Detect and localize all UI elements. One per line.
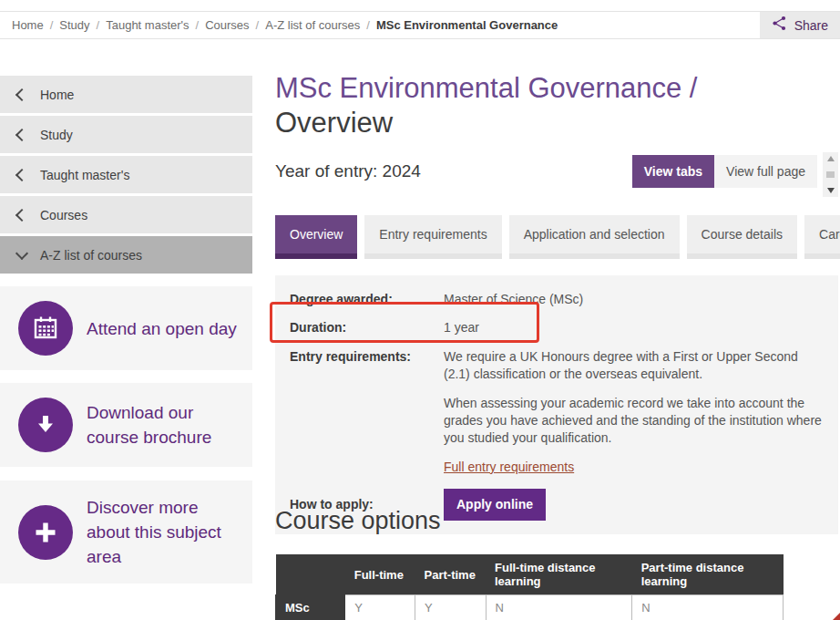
entry-requirements-value: We require a UK Honours degree with a Fi… bbox=[444, 348, 824, 476]
tab-entry-requirements[interactable]: Entry requirements bbox=[364, 215, 501, 259]
sidebar-item-label: Home bbox=[40, 88, 74, 102]
tab-application-selection[interactable]: Application and selection bbox=[509, 215, 680, 259]
breadcrumb-courses[interactable]: Courses bbox=[205, 18, 249, 32]
duration-row: Duration: 1 year bbox=[290, 319, 824, 336]
sidebar-item-label: Courses bbox=[40, 208, 87, 222]
download-icon bbox=[18, 398, 73, 452]
course-options-table: Full-time Part-time Full-time distance l… bbox=[275, 554, 784, 620]
page-title-course: MSc Environmental Governance / bbox=[275, 71, 831, 106]
share-label: Share bbox=[794, 18, 828, 33]
course-options-heading: Course options bbox=[275, 507, 441, 535]
table-header-pt-distance: Part-time distance learning bbox=[632, 554, 784, 595]
breadcrumb-separator: / bbox=[256, 18, 260, 32]
sidebar-item-label: A-Z list of courses bbox=[40, 248, 142, 263]
scroll-thumb[interactable] bbox=[826, 171, 835, 178]
breadcrumb-az-list[interactable]: A-Z list of courses bbox=[265, 18, 360, 32]
chevron-left-icon bbox=[15, 208, 28, 221]
entry-requirements-row: Entry requirements: We require a UK Hono… bbox=[290, 348, 824, 476]
sidebar-item-label: Study bbox=[40, 128, 73, 142]
breadcrumb-study[interactable]: Study bbox=[59, 18, 89, 32]
cta-label: Discover more about this subject area bbox=[87, 495, 240, 569]
duration-label: Duration: bbox=[290, 319, 444, 336]
breadcrumb-separator: / bbox=[196, 18, 200, 32]
table-row-msc: MSc Y Y N N bbox=[276, 595, 784, 620]
tab-careers[interactable]: Careers bbox=[804, 215, 840, 259]
page-title: MSc Environmental Governance / Overview bbox=[275, 71, 831, 140]
scroll-up-icon[interactable] bbox=[827, 156, 835, 161]
breadcrumb-home[interactable]: Home bbox=[12, 18, 44, 32]
chevron-down-icon bbox=[15, 246, 28, 259]
scroll-down-icon[interactable] bbox=[827, 188, 835, 193]
table-header-part-time: Part-time bbox=[415, 554, 486, 595]
cta-label: Download our course brochure bbox=[87, 400, 240, 450]
sidebar-item-taught-masters[interactable]: Taught master's bbox=[0, 156, 252, 193]
table-cell-ft-distance: N bbox=[486, 595, 632, 620]
chevron-left-icon bbox=[15, 128, 28, 140]
cta-discover-subject[interactable]: Discover more about this subject area bbox=[0, 480, 252, 584]
cta-download-brochure[interactable]: Download our course brochure bbox=[0, 383, 252, 467]
sidebar-item-home[interactable]: Home bbox=[0, 76, 252, 113]
entry-requirements-paragraph: We require a UK Honours degree with a Fi… bbox=[444, 348, 824, 383]
cta-attend-open-day[interactable]: Attend an open day bbox=[0, 286, 252, 370]
view-toggle: View tabs View full page bbox=[632, 155, 817, 188]
breadcrumb-separator: / bbox=[97, 18, 100, 32]
sidebar-nav: Home Study Taught master's Courses A-Z l… bbox=[0, 76, 252, 276]
table-header-ft-distance: Full-time distance learning bbox=[486, 554, 632, 595]
entry-requirements-paragraph: When assessing your academic record we t… bbox=[444, 395, 824, 447]
table-header-full-time: Full-time bbox=[345, 554, 415, 595]
cta-label: Attend an open day bbox=[87, 316, 237, 341]
course-tabs: Overview Entry requirements Application … bbox=[275, 215, 840, 259]
table-header-empty bbox=[276, 554, 345, 595]
course-page: Home / Study / Taught master's / Courses… bbox=[0, 0, 840, 620]
breadcrumb-separator: / bbox=[366, 18, 370, 32]
sidebar-item-courses[interactable]: Courses bbox=[0, 196, 252, 233]
plus-icon bbox=[18, 505, 73, 560]
key-facts-panel: Degree awarded: Master of Science (MSc) … bbox=[275, 275, 838, 534]
view-full-page-button[interactable]: View full page bbox=[714, 155, 817, 188]
breadcrumb-separator: / bbox=[50, 18, 54, 32]
mini-scrollbar[interactable] bbox=[823, 152, 838, 197]
share-button[interactable]: Share bbox=[760, 12, 840, 38]
calendar-icon bbox=[18, 301, 73, 356]
breadcrumb-current-page: MSc Environmental Governance bbox=[376, 18, 558, 32]
apply-online-button[interactable]: Apply online bbox=[444, 489, 546, 521]
breadcrumb-bar: Home / Study / Taught master's / Courses… bbox=[0, 11, 840, 39]
tab-overview[interactable]: Overview bbox=[275, 215, 357, 259]
year-of-entry-label: Year of entry: 2024 bbox=[275, 161, 421, 181]
breadcrumb: Home / Study / Taught master's / Courses… bbox=[0, 18, 558, 32]
table-cell-full-time: Y bbox=[345, 595, 415, 620]
corner-annotation-mark bbox=[833, 613, 840, 620]
sidebar-item-label: Taught master's bbox=[40, 168, 129, 182]
sidebar-item-study[interactable]: Study bbox=[0, 116, 252, 153]
tab-course-details[interactable]: Course details bbox=[687, 215, 798, 259]
table-header-row: Full-time Part-time Full-time distance l… bbox=[276, 554, 784, 595]
sidebar-item-az-list[interactable]: A-Z list of courses bbox=[0, 236, 252, 274]
degree-awarded-label: Degree awarded: bbox=[290, 291, 444, 308]
chevron-left-icon bbox=[15, 168, 28, 181]
full-entry-requirements-link[interactable]: Full entry requirements bbox=[444, 460, 574, 474]
duration-value: 1 year bbox=[444, 319, 824, 336]
view-tabs-button[interactable]: View tabs bbox=[632, 155, 714, 188]
share-icon bbox=[772, 16, 787, 35]
chevron-left-icon bbox=[15, 88, 28, 100]
breadcrumb-taught-masters[interactable]: Taught master's bbox=[106, 18, 189, 32]
degree-awarded-row: Degree awarded: Master of Science (MSc) bbox=[290, 291, 824, 308]
table-row-label: MSc bbox=[276, 595, 345, 620]
year-of-entry-row: Year of entry: 2024 View tabs View full … bbox=[275, 153, 817, 190]
entry-requirements-label: Entry requirements: bbox=[290, 348, 444, 476]
table-cell-part-time: Y bbox=[415, 595, 486, 620]
table-cell-pt-distance: N bbox=[632, 595, 784, 620]
page-title-section: Overview bbox=[275, 106, 831, 140]
degree-awarded-value: Master of Science (MSc) bbox=[444, 291, 824, 308]
